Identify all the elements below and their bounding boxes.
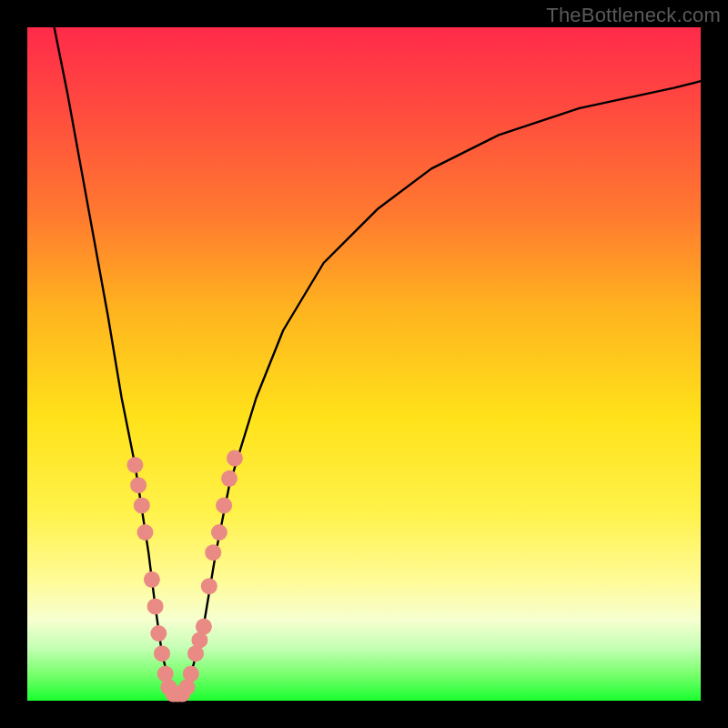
salmon-dot (227, 450, 243, 467)
plot-area (27, 27, 701, 701)
curve-layer (27, 27, 701, 701)
salmon-dot (150, 625, 167, 642)
salmon-dot (134, 497, 150, 513)
salmon-dot (144, 571, 160, 588)
salmon-dot (147, 598, 164, 614)
salmon-dots-group (126, 450, 243, 703)
salmon-dot (166, 686, 182, 703)
salmon-dot (169, 686, 186, 703)
salmon-dot (191, 632, 207, 648)
chart-canvas: TheBottleneck.com (0, 0, 728, 728)
salmon-dot (137, 524, 154, 541)
watermark-text: TheBottleneck.com (546, 4, 721, 27)
salmon-dot (187, 645, 204, 662)
salmon-dot (160, 679, 177, 695)
salmon-dot (154, 645, 170, 662)
salmon-dot (205, 544, 221, 561)
salmon-dot (211, 524, 228, 541)
salmon-dot (157, 665, 174, 682)
bottleneck-curve (55, 27, 701, 694)
salmon-dot (130, 477, 147, 493)
salmon-dot (126, 457, 143, 473)
salmon-dot (216, 497, 232, 513)
salmon-dot (174, 686, 190, 703)
salmon-dot (183, 665, 199, 682)
salmon-dot (221, 470, 238, 487)
salmon-dot (178, 679, 195, 695)
salmon-dot (201, 578, 217, 594)
salmon-dot (196, 619, 212, 635)
